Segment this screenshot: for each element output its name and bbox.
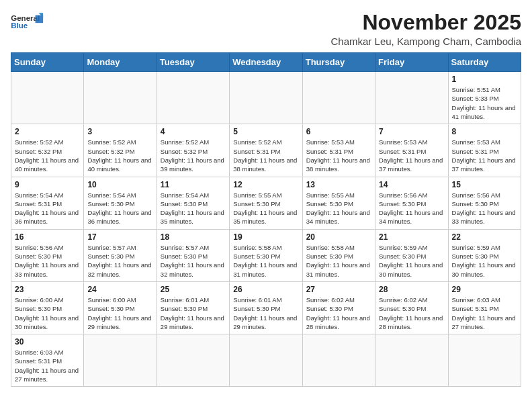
day-number: 25 (161, 285, 226, 294)
empty-cell (302, 334, 375, 387)
day-info: Sunrise: 6:02 AM Sunset: 5:30 PM Dayligh… (306, 295, 371, 331)
day-cell-12: 12Sunrise: 5:55 AM Sunset: 5:30 PM Dayli… (230, 177, 302, 229)
day-number: 10 (87, 180, 152, 189)
calendar-row-5: 30Sunrise: 6:03 AM Sunset: 5:31 PM Dayli… (11, 334, 521, 387)
weekday-header-row: SundayMondayTuesdayWednesdayThursdayFrid… (11, 53, 521, 72)
empty-cell (84, 72, 157, 124)
day-number: 9 (15, 180, 80, 189)
day-cell-2: 2Sunrise: 5:52 AM Sunset: 5:32 PM Daylig… (11, 124, 84, 177)
weekday-header-saturday: Saturday (448, 53, 521, 72)
day-number: 19 (233, 232, 298, 242)
day-cell-24: 24Sunrise: 6:00 AM Sunset: 5:30 PM Dayli… (84, 281, 157, 334)
weekday-header-sunday: Sunday (11, 53, 84, 72)
day-cell-23: 23Sunrise: 6:00 AM Sunset: 5:30 PM Dayli… (11, 281, 84, 334)
day-info: Sunrise: 5:54 AM Sunset: 5:31 PM Dayligh… (15, 191, 80, 226)
day-number: 24 (87, 285, 152, 294)
day-cell-18: 18Sunrise: 5:57 AM Sunset: 5:30 PM Dayli… (157, 229, 229, 281)
day-number: 17 (87, 232, 152, 242)
day-info: Sunrise: 5:51 AM Sunset: 5:33 PM Dayligh… (452, 85, 517, 121)
day-cell-26: 26Sunrise: 6:01 AM Sunset: 5:30 PM Dayli… (230, 281, 302, 334)
day-info: Sunrise: 6:00 AM Sunset: 5:30 PM Dayligh… (15, 295, 80, 331)
day-cell-4: 4Sunrise: 5:52 AM Sunset: 5:32 PM Daylig… (157, 124, 229, 177)
day-cell-10: 10Sunrise: 5:54 AM Sunset: 5:30 PM Dayli… (84, 177, 157, 229)
day-info: Sunrise: 6:02 AM Sunset: 5:30 PM Dayligh… (379, 295, 444, 331)
day-number: 20 (306, 232, 371, 242)
day-cell-5: 5Sunrise: 5:52 AM Sunset: 5:31 PM Daylig… (230, 124, 302, 177)
day-info: Sunrise: 5:58 AM Sunset: 5:30 PM Dayligh… (306, 243, 371, 279)
day-info: Sunrise: 5:56 AM Sunset: 5:30 PM Dayligh… (379, 191, 444, 226)
day-number: 18 (161, 232, 226, 242)
day-cell-19: 19Sunrise: 5:58 AM Sunset: 5:30 PM Dayli… (230, 229, 302, 281)
day-info: Sunrise: 6:00 AM Sunset: 5:30 PM Dayligh… (87, 295, 152, 331)
day-cell-27: 27Sunrise: 6:02 AM Sunset: 5:30 PM Dayli… (302, 281, 375, 334)
day-cell-1: 1Sunrise: 5:51 AM Sunset: 5:33 PM Daylig… (448, 72, 521, 124)
day-number: 15 (452, 180, 517, 189)
empty-cell (302, 72, 375, 124)
day-cell-15: 15Sunrise: 5:56 AM Sunset: 5:30 PM Dayli… (448, 177, 521, 229)
title-area: November 2025 Chamkar Leu, Kampong Cham,… (331, 11, 521, 47)
day-cell-9: 9Sunrise: 5:54 AM Sunset: 5:31 PM Daylig… (11, 177, 84, 229)
weekday-header-monday: Monday (84, 53, 157, 72)
day-info: Sunrise: 5:56 AM Sunset: 5:30 PM Dayligh… (452, 191, 517, 226)
day-cell-29: 29Sunrise: 6:03 AM Sunset: 5:31 PM Dayli… (448, 281, 521, 334)
day-info: Sunrise: 5:58 AM Sunset: 5:30 PM Dayligh… (233, 243, 298, 279)
day-info: Sunrise: 5:52 AM Sunset: 5:32 PM Dayligh… (15, 138, 80, 173)
svg-text:Blue: Blue (11, 21, 28, 30)
day-number: 6 (306, 127, 371, 136)
generalblue-logo-icon: General Blue (11, 11, 44, 36)
day-number: 28 (379, 285, 444, 294)
day-number: 3 (87, 127, 152, 136)
calendar-row-1: 2Sunrise: 5:52 AM Sunset: 5:32 PM Daylig… (11, 124, 521, 177)
empty-cell (11, 72, 84, 124)
day-cell-13: 13Sunrise: 5:55 AM Sunset: 5:30 PM Dayli… (302, 177, 375, 229)
day-info: Sunrise: 5:52 AM Sunset: 5:31 PM Dayligh… (233, 138, 298, 173)
day-info: Sunrise: 6:01 AM Sunset: 5:30 PM Dayligh… (161, 295, 226, 331)
day-number: 22 (452, 232, 517, 242)
day-number: 23 (15, 285, 80, 294)
day-info: Sunrise: 6:01 AM Sunset: 5:30 PM Dayligh… (233, 295, 298, 331)
day-info: Sunrise: 5:52 AM Sunset: 5:32 PM Dayligh… (161, 138, 226, 173)
empty-cell (157, 72, 229, 124)
day-info: Sunrise: 5:53 AM Sunset: 5:31 PM Dayligh… (452, 138, 517, 173)
empty-cell (375, 72, 448, 124)
month-title: November 2025 (331, 11, 521, 34)
day-cell-14: 14Sunrise: 5:56 AM Sunset: 5:30 PM Dayli… (375, 177, 448, 229)
empty-cell (84, 334, 157, 387)
day-number: 30 (15, 337, 80, 347)
day-cell-20: 20Sunrise: 5:58 AM Sunset: 5:30 PM Dayli… (302, 229, 375, 281)
day-number: 5 (233, 127, 298, 136)
calendar-row-4: 23Sunrise: 6:00 AM Sunset: 5:30 PM Dayli… (11, 281, 521, 334)
calendar-row-2: 9Sunrise: 5:54 AM Sunset: 5:31 PM Daylig… (11, 177, 521, 229)
day-cell-3: 3Sunrise: 5:52 AM Sunset: 5:32 PM Daylig… (84, 124, 157, 177)
empty-cell (157, 334, 229, 387)
day-number: 8 (452, 127, 517, 136)
weekday-header-wednesday: Wednesday (230, 53, 302, 72)
day-number: 1 (452, 75, 517, 84)
svg-marker-2 (36, 15, 44, 24)
day-info: Sunrise: 5:56 AM Sunset: 5:30 PM Dayligh… (15, 243, 80, 279)
day-cell-17: 17Sunrise: 5:57 AM Sunset: 5:30 PM Dayli… (84, 229, 157, 281)
empty-cell (230, 72, 302, 124)
day-cell-25: 25Sunrise: 6:01 AM Sunset: 5:30 PM Dayli… (157, 281, 229, 334)
day-info: Sunrise: 5:52 AM Sunset: 5:32 PM Dayligh… (87, 138, 152, 173)
calendar-row-3: 16Sunrise: 5:56 AM Sunset: 5:30 PM Dayli… (11, 229, 521, 281)
day-cell-21: 21Sunrise: 5:59 AM Sunset: 5:30 PM Dayli… (375, 229, 448, 281)
day-info: Sunrise: 5:59 AM Sunset: 5:30 PM Dayligh… (452, 243, 517, 279)
weekday-header-thursday: Thursday (302, 53, 375, 72)
day-cell-28: 28Sunrise: 6:02 AM Sunset: 5:30 PM Dayli… (375, 281, 448, 334)
calendar-row-0: 1Sunrise: 5:51 AM Sunset: 5:33 PM Daylig… (11, 72, 521, 124)
empty-cell (375, 334, 448, 387)
day-number: 16 (15, 232, 80, 242)
logo-area: General Blue (11, 11, 44, 36)
day-number: 7 (379, 127, 444, 136)
empty-cell (230, 334, 302, 387)
day-number: 21 (379, 232, 444, 242)
day-cell-7: 7Sunrise: 5:53 AM Sunset: 5:31 PM Daylig… (375, 124, 448, 177)
day-info: Sunrise: 5:54 AM Sunset: 5:30 PM Dayligh… (87, 191, 152, 226)
day-cell-6: 6Sunrise: 5:53 AM Sunset: 5:31 PM Daylig… (302, 124, 375, 177)
weekday-header-friday: Friday (375, 53, 448, 72)
day-number: 12 (233, 180, 298, 189)
day-number: 27 (306, 285, 371, 294)
day-info: Sunrise: 6:03 AM Sunset: 5:31 PM Dayligh… (15, 348, 80, 383)
day-info: Sunrise: 5:55 AM Sunset: 5:30 PM Dayligh… (233, 191, 298, 226)
